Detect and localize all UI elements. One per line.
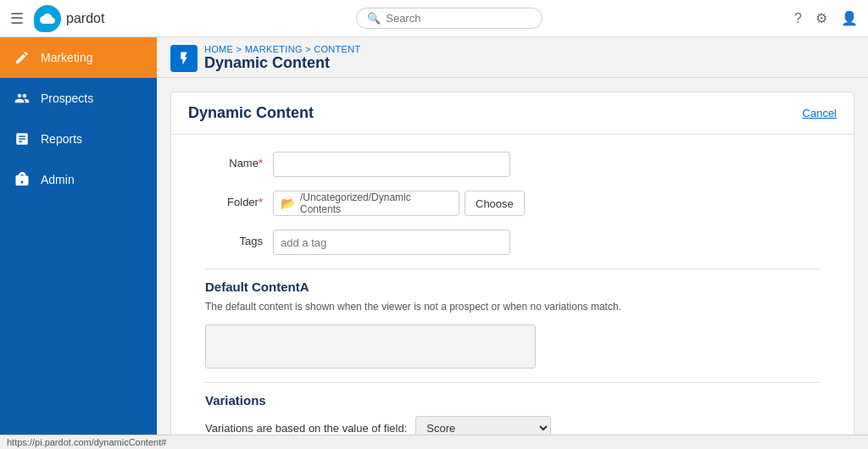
breadcrumb-content[interactable]: CONTENT	[314, 44, 360, 54]
variations-label: Variations are based on the value of fie…	[205, 422, 407, 435]
folder-icon: 📂	[281, 197, 295, 210]
content-area: HOME > MARKETING > CONTENT Dynamic Conte…	[157, 37, 868, 435]
breadcrumb-header: HOME > MARKETING > CONTENT Dynamic Conte…	[157, 37, 868, 78]
top-navigation: ☰ pardot 🔍 ? ⚙ 👤	[0, 0, 868, 37]
sidebar-item-reports[interactable]: Reports	[0, 119, 157, 159]
folder-label: Folder*	[205, 191, 273, 208]
choose-button[interactable]: Choose	[465, 191, 525, 216]
sidebar: Marketing Prospects Reports	[0, 37, 157, 435]
briefcase-icon	[14, 171, 31, 188]
name-required-star: *	[259, 157, 263, 169]
sidebar-label-marketing: Marketing	[41, 51, 92, 64]
folder-required-star: *	[259, 196, 263, 208]
name-row: Name*	[205, 152, 820, 177]
breadcrumb: HOME > MARKETING > CONTENT	[204, 44, 360, 54]
folder-path-display: 📂 /Uncategorized/Dynamic Contents	[273, 191, 459, 216]
help-icon[interactable]: ?	[794, 11, 802, 26]
tags-input[interactable]	[273, 230, 510, 255]
variations-field-row: Variations are based on the value of fie…	[205, 416, 820, 435]
top-nav-left: ☰ pardot	[10, 5, 104, 32]
chart-icon	[14, 130, 31, 147]
sidebar-item-admin[interactable]: Admin	[0, 159, 157, 200]
tags-row: Tags	[205, 230, 820, 255]
sidebar-item-marketing[interactable]: Marketing	[0, 37, 157, 78]
variations-title: Variations	[205, 393, 820, 407]
cloud-svg	[40, 11, 55, 26]
default-content-title: Default ContentA	[205, 280, 820, 294]
name-input[interactable]	[273, 152, 510, 177]
section-divider-1	[205, 269, 820, 269]
breadcrumb-text-block: HOME > MARKETING > CONTENT Dynamic Conte…	[204, 44, 360, 72]
breadcrumb-home[interactable]: HOME	[204, 44, 233, 54]
folder-input-wrap: 📂 /Uncategorized/Dynamic Contents Choose	[273, 191, 525, 216]
breadcrumb-sep1: >	[236, 44, 245, 54]
folder-path-text: /Uncategorized/Dynamic Contents	[300, 191, 452, 215]
page-title: Dynamic Content	[204, 54, 360, 72]
default-content-desc: The default content is shown when the vi…	[205, 299, 820, 314]
section-divider-2	[205, 382, 820, 383]
top-nav-right: ? ⚙ 👤	[794, 10, 858, 26]
search-input[interactable]	[386, 12, 531, 25]
form-card-header: Dynamic Content Cancel	[171, 92, 854, 135]
people-icon	[14, 90, 31, 107]
content-editor[interactable]	[205, 324, 536, 369]
form-container: Dynamic Content Cancel Name*	[157, 78, 868, 435]
user-icon[interactable]: 👤	[841, 10, 858, 26]
status-bar: https://pi.pardot.com/dynamicContent#	[0, 435, 868, 449]
folder-row: Folder* 📂 /Uncategorized/Dynamic Content…	[205, 191, 820, 216]
breadcrumb-sep2: >	[305, 44, 314, 54]
main-layout: Marketing Prospects Reports	[0, 37, 868, 435]
salesforce-cloud-icon	[34, 5, 61, 32]
form-card: Dynamic Content Cancel Name*	[170, 91, 854, 435]
form-body: Name* Folder* 📂 /Uncategorized/Dynamic	[171, 135, 854, 435]
sidebar-label-admin: Admin	[41, 173, 75, 186]
hamburger-icon[interactable]: ☰	[10, 9, 24, 28]
sidebar-label-prospects: Prospects	[41, 91, 93, 105]
variations-field-select[interactable]: Score Grade Campaign	[415, 416, 551, 435]
pardot-brand-text: pardot	[66, 11, 104, 26]
pardot-logo: pardot	[34, 5, 104, 32]
dynamic-content-icon	[170, 45, 198, 72]
form-card-title: Dynamic Content	[188, 104, 314, 122]
search-icon: 🔍	[367, 12, 381, 25]
pencil-icon	[14, 49, 31, 66]
sidebar-item-prospects[interactable]: Prospects	[0, 78, 157, 119]
search-bar[interactable]: 🔍	[356, 8, 542, 29]
tags-label: Tags	[205, 230, 273, 247]
name-label: Name*	[205, 152, 273, 169]
gear-icon[interactable]: ⚙	[815, 10, 827, 26]
cancel-button[interactable]: Cancel	[803, 107, 837, 119]
breadcrumb-marketing[interactable]: MARKETING	[245, 44, 303, 54]
status-url: https://pi.pardot.com/dynamicContent#	[7, 437, 166, 447]
sidebar-label-reports: Reports	[41, 132, 82, 146]
